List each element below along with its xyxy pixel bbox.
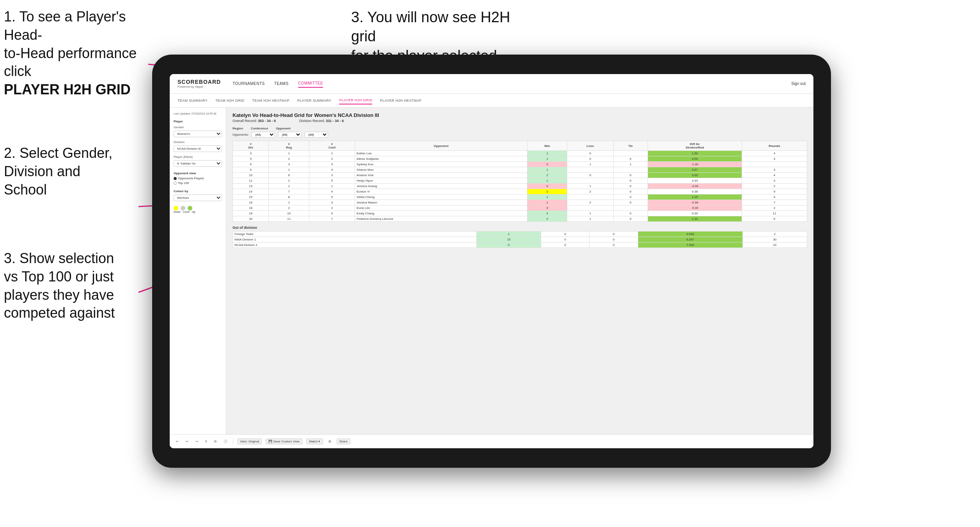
td-rounds: 3 — [742, 156, 807, 162]
bottom-toolbar: ↩ ↩ ↪ ⎘ ⧉ 🕐 View: Original 💾 Save Custom… — [170, 434, 813, 448]
out-div-row: NCAA Division 2 5 0 0 7.400 10 — [233, 242, 807, 248]
redo-btn[interactable]: ↪ — [194, 439, 200, 444]
td-div: 3 — [233, 151, 269, 156]
division-record: Division Record: 331 - 34 - 6 — [299, 119, 344, 123]
sidebar-division-select[interactable]: NCAA Division III NCAA Division I NCAA D… — [174, 145, 222, 152]
table-row: 13 1 1 Jessica Huang 0 1 0 -3.00 2 — [233, 184, 807, 189]
filter-row: Region Conference Opponent — [233, 127, 807, 130]
td-reg: 2 — [269, 178, 309, 184]
td-rounds: 4 — [742, 173, 807, 178]
td-diff: 4.00 — [648, 173, 742, 178]
sidebar-radio-group: Opponents Played Top 100 — [174, 177, 222, 185]
copy-btn[interactable]: ⎘ — [204, 439, 209, 444]
td-tie: 0 — [613, 184, 648, 189]
td-win: 1 — [527, 151, 567, 156]
nav-tournaments[interactable]: TOURNAMENTS — [233, 80, 265, 87]
h2h-table: #Div #Reg #Conf Opponent Win Loss Tie Di… — [233, 141, 807, 222]
td-div: 5 — [233, 156, 269, 162]
share-btn[interactable]: Share — [337, 439, 350, 444]
more-btn[interactable]: ⊞ — [327, 439, 333, 444]
radio-dot-top100 — [174, 182, 177, 185]
content-area: Katelyn Vo Head-to-Head Grid for Women's… — [226, 108, 813, 434]
tablet: SCOREBOARD Powered by clippd TOURNAMENTS… — [152, 55, 831, 468]
table-row: 3 1 1 Esther Lee 1 0 1.50 4 — [233, 151, 807, 156]
sidebar-player-rank-select[interactable]: 8. Katelyn Vo — [174, 160, 222, 167]
save-custom-btn[interactable]: 💾 Save Custom View — [266, 439, 302, 444]
td-reg: 10 — [269, 211, 309, 216]
td-opponent: Heejo Hyun — [355, 178, 527, 184]
nav-teams[interactable]: TEAMS — [274, 80, 289, 87]
td-tie: 0 — [613, 189, 648, 195]
table-row: 15 8 5 Stella Cheng 1 0 1.25 4 — [233, 195, 807, 200]
table-body: 3 1 1 Esther Lee 1 0 1.50 4 5 2 2 Alexis… — [233, 151, 807, 222]
td-tie — [613, 151, 648, 156]
legend-down-dot — [174, 206, 178, 210]
sub-nav-team-summary[interactable]: TEAM SUMMARY — [178, 97, 208, 104]
undo2-btn[interactable]: ↩ — [184, 439, 190, 444]
td-rounds: 2 — [742, 205, 807, 211]
filter-opponents-select[interactable]: (All) — [252, 132, 275, 138]
td-diff: -3.00 — [648, 184, 742, 189]
filter-opponent-select[interactable]: (All) — [305, 132, 328, 138]
watch-btn[interactable]: Watch ▾ — [306, 439, 323, 444]
sub-nav-player-summary[interactable]: PLAYER SUMMARY — [297, 97, 331, 104]
table-row: 5 2 2 Alexis Sudjianto 1 0 0 4.00 3 — [233, 156, 807, 162]
td-loss — [567, 195, 613, 200]
sub-nav-player-h2h[interactable]: PLAYER H2H GRID — [339, 97, 372, 104]
td-rounds: 3 — [742, 167, 807, 173]
sidebar-gender-select[interactable]: Women's Men's — [174, 131, 222, 137]
nav-right: Sign out — [791, 81, 806, 86]
td-opponent: Euna Lee — [355, 205, 527, 211]
sub-nav-team-heatmap[interactable]: TEAM H2H HEATMAP — [252, 97, 289, 104]
table-row: 18 2 2 Euna Lee 0 -5.00 2 — [233, 205, 807, 211]
td-opponent: Andrea York — [355, 173, 527, 178]
td-diff: 1.50 — [648, 151, 742, 156]
td-tie: 0 — [613, 211, 648, 216]
sub-nav-player-heatmap[interactable]: PLAYER H2H HEATMAP — [380, 97, 421, 104]
out-td-name: Foreign Team — [233, 232, 477, 237]
out-div-table: Foreign Team 1 0 0 4.500 2 NAIA Division… — [233, 231, 807, 248]
td-conf: 4 — [309, 189, 355, 195]
td-win: 1 — [527, 167, 567, 173]
color-legend — [174, 206, 222, 210]
td-loss: 1 — [567, 184, 613, 189]
td-diff: -1.00 — [648, 162, 742, 167]
out-td-win: 15 — [476, 237, 541, 242]
td-diff: 0.38 — [648, 189, 742, 195]
td-win: 2 — [527, 189, 567, 195]
color-legend-labels: Down Level Up — [174, 210, 222, 213]
paste-btn[interactable]: ⧉ — [213, 439, 218, 444]
td-opponent: Sydney Kuo — [355, 162, 527, 167]
out-td-tie: 0 — [589, 232, 638, 237]
td-opponent: Sharon Mun — [355, 167, 527, 173]
filter-conference-select[interactable]: (All) — [278, 132, 302, 138]
out-td-rounds: 2 — [742, 232, 807, 237]
clock-btn[interactable]: 🕐 — [222, 439, 229, 444]
radio-top100[interactable]: Top 100 — [174, 181, 222, 185]
sign-out-link[interactable]: Sign out — [791, 81, 806, 86]
out-td-name: NCAA Division 2 — [233, 242, 477, 248]
undo-btn[interactable]: ↩ — [174, 439, 180, 444]
table-row: 16 1 3 Jessica Mason 1 2 0 -0.94 7 — [233, 200, 807, 205]
td-rounds: 4 — [742, 195, 807, 200]
td-loss — [567, 205, 613, 211]
out-div-row: NAIA Division 1 15 0 0 9.267 30 — [233, 237, 807, 242]
filter-section: Region Conference Opponent Opponents: (A… — [233, 127, 807, 138]
td-div: 13 — [233, 184, 269, 189]
sub-nav-team-h2h[interactable]: TEAM H2H GRID — [215, 97, 244, 104]
nav-committee[interactable]: COMMITTEE — [298, 80, 323, 88]
td-win: 0 — [527, 162, 567, 167]
th-win: Win — [527, 141, 567, 151]
radio-opponents-played[interactable]: Opponents Played — [174, 177, 222, 180]
td-conf: 4 — [309, 167, 355, 173]
td-opponent: Jessica Mason — [355, 200, 527, 205]
td-diff: 1.25 — [648, 195, 742, 200]
td-reg: 2 — [269, 205, 309, 211]
view-original-btn[interactable]: View: Original — [237, 439, 262, 444]
legend-level-dot — [181, 206, 185, 210]
td-tie: 0 — [613, 173, 648, 178]
td-tie: 0 — [613, 200, 648, 205]
sidebar-colour-select[interactable]: Win/loss — [174, 195, 222, 201]
td-diff: 0.30 — [648, 211, 742, 216]
td-win: 2 — [527, 216, 567, 222]
